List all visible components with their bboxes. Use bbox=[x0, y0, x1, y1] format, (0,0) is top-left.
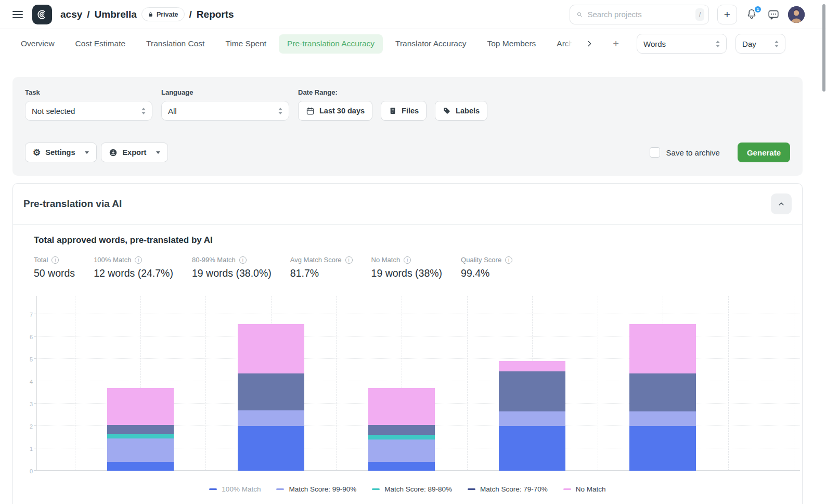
search-input[interactable] bbox=[587, 10, 691, 19]
y-axis-line bbox=[36, 296, 37, 471]
stat-label: Totali bbox=[34, 256, 75, 264]
unit-select[interactable]: Words bbox=[637, 34, 727, 54]
y-axis-tick-label: 5 bbox=[17, 356, 33, 363]
info-icon: i bbox=[135, 256, 142, 264]
bar-segment-100%-match bbox=[368, 462, 435, 471]
bar-3[interactable] bbox=[368, 388, 435, 471]
tabs-list: OverviewCost EstimateTranslation CostTim… bbox=[21, 34, 572, 54]
lock-icon bbox=[148, 11, 153, 18]
search-shortcut-key: / bbox=[695, 8, 704, 21]
tab-cost-estimate[interactable]: Cost Estimate bbox=[75, 34, 125, 54]
tab-time-spent[interactable]: Time Spent bbox=[225, 34, 266, 54]
bar-segment-match-score-79-70% bbox=[368, 425, 435, 435]
top-bar: acsy / Umbrella Private / Reports / + bbox=[0, 0, 826, 29]
chevron-up-icon bbox=[777, 199, 786, 209]
logo-icon bbox=[36, 8, 48, 21]
labels-button-label: Labels bbox=[456, 107, 480, 115]
files-button-label: Files bbox=[402, 107, 419, 115]
breadcrumb-project[interactable]: Umbrella bbox=[95, 9, 137, 20]
section-title: Pre-translation via AI bbox=[23, 198, 122, 210]
app-logo[interactable] bbox=[32, 5, 52, 24]
create-project-button[interactable]: + bbox=[717, 5, 737, 24]
settings-button[interactable]: ⚙ Settings bbox=[25, 143, 97, 162]
legend-item-100%-match[interactable]: 100% Match bbox=[209, 485, 261, 493]
language-filter-label: Language bbox=[161, 88, 289, 96]
bar-5[interactable] bbox=[629, 324, 696, 471]
collapse-section-button[interactable] bbox=[771, 193, 792, 214]
bar-2[interactable] bbox=[238, 324, 304, 471]
add-report-tab-button[interactable]: + bbox=[613, 38, 619, 50]
hamburger-menu-icon[interactable] bbox=[12, 11, 23, 18]
vertical-gridline bbox=[598, 296, 598, 471]
select-arrows-icon bbox=[775, 41, 779, 47]
legend-item-no-match[interactable]: No Match bbox=[563, 485, 606, 493]
unit-select-value: Words bbox=[643, 40, 666, 48]
vertical-gridline bbox=[794, 296, 794, 471]
breadcrumb: acsy / Umbrella Private / Reports bbox=[60, 7, 234, 21]
export-button[interactable]: Export bbox=[101, 143, 168, 162]
tab-translation-cost[interactable]: Translation Cost bbox=[146, 34, 204, 54]
stat-100%-match: 100% Matchi12 words (24.7%) bbox=[94, 256, 173, 279]
legend-swatch bbox=[209, 488, 217, 490]
bar-segment-no-match bbox=[499, 361, 565, 371]
bar-segment-match-score-79-70% bbox=[499, 371, 565, 411]
stat-value: 50 words bbox=[34, 267, 75, 279]
breadcrumb-org[interactable]: acsy bbox=[60, 9, 82, 20]
stat-label: Avg Match Scorei bbox=[290, 256, 353, 264]
breadcrumb-separator: / bbox=[87, 9, 89, 20]
legend-label: No Match bbox=[576, 485, 606, 493]
vertical-scrollbar-thumb[interactable] bbox=[822, 4, 825, 92]
stat-quality-score: Quality Scorei99.4% bbox=[461, 256, 512, 279]
legend-item-match-score-89-80%[interactable]: Match Score: 89-80% bbox=[372, 485, 452, 493]
legend-item-match-score-79-70%[interactable]: Match Score: 79-70% bbox=[468, 485, 548, 493]
feedback-button[interactable] bbox=[767, 8, 780, 21]
user-avatar[interactable] bbox=[788, 6, 805, 23]
avatar-image bbox=[788, 6, 805, 23]
bar-segment-match-score-79-70% bbox=[238, 373, 304, 410]
tabs-scroll-right-button[interactable] bbox=[583, 37, 596, 50]
save-to-archive-checkbox[interactable] bbox=[650, 147, 660, 158]
plus-icon: + bbox=[724, 9, 730, 20]
legend-label: 100% Match bbox=[222, 485, 261, 493]
chevron-right-icon bbox=[585, 39, 594, 48]
bar-1[interactable] bbox=[107, 388, 174, 471]
period-select[interactable]: Day bbox=[735, 34, 785, 54]
tab-pre-translation-accuracy[interactable]: Pre-translation Accuracy bbox=[279, 34, 383, 54]
tab-top-members[interactable]: Top Members bbox=[487, 34, 536, 54]
legend-swatch bbox=[276, 488, 284, 490]
stat-avg-match-score: Avg Match Scorei81.7% bbox=[290, 256, 353, 279]
info-icon: i bbox=[404, 256, 411, 264]
language-select[interactable]: All bbox=[161, 101, 289, 121]
generate-button[interactable]: Generate bbox=[738, 143, 790, 162]
stat-label-text: 100% Match bbox=[94, 256, 131, 264]
file-icon bbox=[389, 107, 397, 115]
files-filter-button[interactable]: Files bbox=[381, 101, 427, 121]
legend-swatch bbox=[468, 488, 475, 490]
legend-item-match-score-99-90%[interactable]: Match Score: 99-90% bbox=[276, 485, 356, 493]
task-select[interactable]: Not selected bbox=[25, 101, 152, 121]
stat-value: 19 words (38.0%) bbox=[192, 267, 272, 279]
y-axis-tick-label: 3 bbox=[17, 401, 33, 407]
bar-4[interactable] bbox=[499, 361, 565, 471]
breadcrumb-separator: / bbox=[189, 9, 192, 20]
stat-value: 81.7% bbox=[290, 267, 353, 279]
bar-segment-100%-match bbox=[107, 462, 174, 471]
info-icon: i bbox=[239, 256, 247, 264]
date-range-button[interactable]: Last 30 days bbox=[298, 101, 372, 121]
tab-overview[interactable]: Overview bbox=[21, 34, 55, 54]
report-section-card: Pre-translation via AI Total approved wo… bbox=[12, 183, 803, 504]
tab-translator-accuracy[interactable]: Translator Accuracy bbox=[395, 34, 466, 54]
labels-filter-button[interactable]: Labels bbox=[435, 101, 487, 121]
bar-segment-match-score-79-70% bbox=[629, 373, 696, 411]
search-box[interactable]: / bbox=[570, 5, 709, 24]
chat-icon bbox=[767, 8, 780, 21]
info-icon: i bbox=[345, 256, 353, 264]
stat-label-text: Quality Score bbox=[461, 256, 501, 264]
notifications-button[interactable]: 1 bbox=[745, 8, 759, 21]
chart-heading: Total approved words, pre-translated by … bbox=[34, 235, 794, 245]
stat-total: Totali50 words bbox=[34, 256, 75, 279]
tab-arch[interactable]: Arch bbox=[557, 34, 572, 54]
bar-segment-match-score-89-80% bbox=[107, 434, 174, 438]
calendar-icon bbox=[306, 107, 315, 115]
date-range-label: Date Range: bbox=[298, 88, 487, 96]
